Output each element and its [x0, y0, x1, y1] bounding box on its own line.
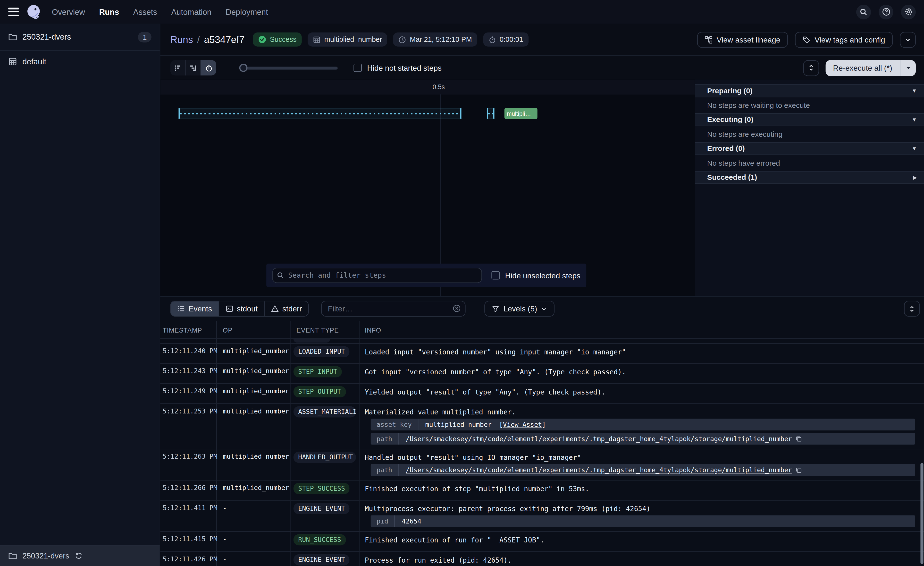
nav-item-overview[interactable]: Overview — [52, 7, 85, 16]
view-asset-lineage-button[interactable]: View asset lineage — [697, 32, 788, 48]
section-preparing-empty: No steps are waiting to execute — [695, 98, 924, 113]
hide-not-started-checkbox-row[interactable]: Hide not started steps — [354, 63, 442, 72]
step-search-input[interactable] — [272, 268, 482, 283]
view-mode-flat-button[interactable] — [170, 60, 186, 75]
table-row[interactable]: 5:12:11.263 PMmultiplied_numberHANDLED_O… — [160, 449, 924, 481]
table-row-partial[interactable] — [160, 339, 924, 344]
slider-track[interactable] — [238, 66, 338, 69]
event-op: multiplied_number — [217, 404, 290, 449]
nav-item-runs[interactable]: Runs — [99, 7, 119, 16]
event-table-header: TIMESTAMP OP EVENT TYPE INFO — [160, 321, 924, 339]
hide-unselected-label: Hide unselected steps — [505, 271, 580, 280]
section-preparing-header[interactable]: Preparing (0) ▼ — [695, 84, 924, 97]
event-info-text: Yielded output "result" of type "Any". (… — [364, 388, 924, 396]
caret-down-icon: ▼ — [912, 117, 917, 123]
event-type-badge: ASSET_MATERIALI… — [294, 406, 356, 417]
vertical-scrollbar-thumb[interactable] — [920, 463, 923, 564]
tab-stderr[interactable]: stderr — [265, 301, 308, 316]
view-mode-waterfall-button[interactable] — [186, 60, 201, 75]
gantt-zoom-slider[interactable] — [238, 60, 338, 75]
clock-icon — [399, 36, 406, 44]
event-filter-input[interactable] — [321, 301, 466, 317]
clear-filter-icon[interactable] — [453, 304, 461, 312]
settings-button[interactable] — [901, 5, 916, 19]
event-op: multiplied_number — [217, 384, 290, 403]
lineage-icon — [705, 36, 712, 44]
path-link[interactable]: /Users/smackesey/stm/code/elementl/exper… — [406, 466, 792, 474]
chevron-down-icon — [904, 36, 911, 43]
help-button[interactable] — [879, 5, 893, 19]
levels-filter-button[interactable]: Levels (5) — [484, 301, 555, 317]
event-op: - — [217, 501, 290, 531]
event-metadata-row: path/Users/smackesey/stm/code/elementl/e… — [371, 464, 915, 476]
tab-stdout[interactable]: stdout — [219, 301, 265, 316]
event-info-text: Finished execution of step "multiplied_n… — [364, 485, 924, 493]
copy-icon[interactable] — [796, 467, 802, 473]
path-link[interactable]: /Users/smackesey/stm/code/elementl/exper… — [406, 435, 792, 443]
expand-log-button[interactable] — [904, 301, 920, 317]
table-row[interactable]: 5:12:11.415 PM-RUN_SUCCESSFinished execu… — [160, 532, 924, 552]
run-header-more-button[interactable] — [900, 32, 916, 48]
table-row[interactable]: 5:12:11.253 PMmultiplied_numberASSET_MAT… — [160, 404, 924, 449]
expand-panel-button[interactable] — [803, 60, 819, 76]
menu-icon[interactable] — [8, 8, 19, 16]
breadcrumb-runs-link[interactable]: Runs — [170, 34, 193, 45]
event-op: - — [217, 532, 290, 551]
view-mode-timed-button[interactable] — [201, 60, 216, 75]
nav-item-deployment[interactable]: Deployment — [225, 7, 268, 16]
event-op: multiplied_number — [217, 364, 290, 383]
asset-tag-pill[interactable]: multiplied_number — [308, 33, 387, 47]
gantt-wait-span-small[interactable] — [487, 108, 495, 119]
tab-events[interactable]: Events — [171, 301, 219, 316]
slider-handle[interactable] — [239, 64, 248, 72]
table-row[interactable]: 5:12:11.243 PMmultiplied_numberSTEP_INPU… — [160, 364, 924, 384]
sidebar-job-default[interactable]: default — [0, 51, 160, 73]
event-log-toolbar: Events stdout stderr — [160, 297, 924, 321]
gantt-step-bar[interactable]: multipli… — [504, 108, 537, 119]
table-row[interactable]: 5:12:11.266 PMmultiplied_numberSTEP_SUCC… — [160, 480, 924, 501]
search-icon — [277, 272, 284, 279]
job-icon — [8, 57, 17, 66]
table-row[interactable]: 5:12:11.240 PMmultiplied_numberLOADED_IN… — [160, 344, 924, 364]
event-timestamp: 5:12:11.240 PM — [160, 344, 217, 363]
metadata-value: /Users/smackesey/stm/code/elementl/exper… — [399, 433, 809, 445]
dagster-run-page: Overview Runs Assets Automation Deployme… — [0, 0, 924, 566]
column-header-event-type: EVENT TYPE — [291, 321, 360, 339]
reexecute-all-button[interactable]: Re-execute all (*) — [825, 60, 900, 76]
hide-unselected-checkbox-row[interactable]: Hide unselected steps — [492, 271, 580, 280]
section-errored-header[interactable]: Errored (0) ▼ — [695, 142, 924, 155]
nav-item-automation[interactable]: Automation — [171, 7, 212, 16]
gantt-wait-span[interactable] — [178, 108, 461, 119]
search-icon — [860, 8, 867, 16]
gantt-time-axis: 0.5s — [160, 80, 695, 95]
table-row[interactable]: 5:12:11.411 PM-ENGINE_EVENTMultiprocess … — [160, 501, 924, 532]
nav-item-assets[interactable]: Assets — [133, 7, 157, 16]
table-row[interactable]: 5:12:11.426 PM-ENGINE_EVENTProcess for r… — [160, 552, 924, 566]
reexecute-dropdown-button[interactable] — [900, 60, 916, 76]
list-icon — [177, 305, 185, 313]
view-asset-link[interactable]: View Asset — [503, 421, 542, 429]
hide-not-started-checkbox[interactable] — [354, 64, 362, 72]
left-sidebar: 250321-dvers 1 default 250321-dvers — [0, 24, 160, 566]
gear-icon — [904, 8, 913, 16]
hide-unselected-checkbox[interactable] — [492, 271, 500, 280]
reload-icon[interactable] — [75, 552, 82, 560]
metadata-label: pid — [371, 515, 395, 527]
timer-icon — [205, 64, 212, 72]
copy-icon[interactable] — [796, 435, 802, 442]
section-executing-header[interactable]: Executing (0) ▼ — [695, 113, 924, 126]
event-timestamp: 5:12:11.266 PM — [160, 480, 217, 500]
unfold-icon — [909, 305, 915, 312]
search-button[interactable] — [856, 5, 871, 19]
view-tags-config-button[interactable]: View tags and config — [795, 32, 892, 48]
chevron-down-icon — [541, 306, 547, 312]
event-timestamp: 5:12:11.263 PM — [160, 449, 217, 480]
event-op: multiplied_number — [217, 344, 290, 363]
dagster-logo[interactable] — [26, 4, 41, 20]
table-row[interactable]: 5:12:11.249 PMmultiplied_numberSTEP_OUTP… — [160, 384, 924, 404]
event-log-panel: Events stdout stderr — [160, 297, 924, 566]
section-succeeded-header[interactable]: Succeeded (1) ▶ — [695, 171, 924, 184]
event-op: multiplied_number — [217, 480, 290, 500]
sidebar-repo-row[interactable]: 250321-dvers 1 — [0, 24, 160, 51]
metadata-value: multiplied_number [View Asset] — [418, 418, 553, 431]
